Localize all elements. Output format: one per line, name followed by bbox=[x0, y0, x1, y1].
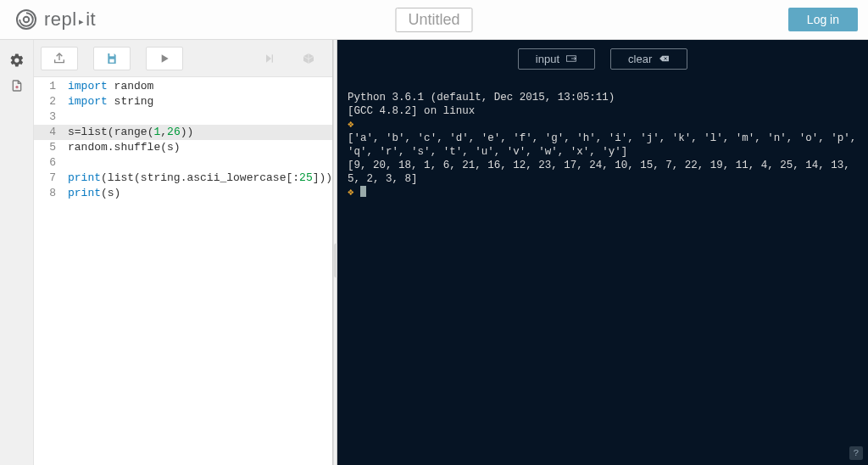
svg-rect-4 bbox=[272, 54, 273, 62]
run-button[interactable] bbox=[146, 47, 183, 70]
save-button[interactable] bbox=[93, 47, 131, 70]
logo-text: repl▸it bbox=[44, 8, 96, 31]
console-input-button[interactable]: input bbox=[518, 48, 595, 70]
file-title[interactable]: Untitled bbox=[395, 8, 472, 32]
console-line: [9, 20, 18, 1, 6, 21, 16, 12, 23, 17, 24… bbox=[348, 160, 856, 185]
logo-swirl-icon bbox=[15, 8, 37, 31]
line-number: 7 bbox=[34, 171, 56, 186]
console-line: Python 3.6.1 (default, Dec 2015, 13:05:1… bbox=[348, 92, 615, 104]
settings-icon[interactable] bbox=[8, 52, 25, 69]
step-button[interactable] bbox=[253, 47, 287, 70]
line-number: 4 bbox=[34, 125, 63, 140]
left-gutter bbox=[0, 40, 34, 465]
editor-toolbar bbox=[34, 40, 332, 77]
code-line[interactable]: s=list(range(1,26)) bbox=[63, 125, 332, 140]
main-area: 12345678 import randomimport strings=lis… bbox=[0, 40, 868, 465]
line-number: 6 bbox=[34, 155, 56, 171]
code-line[interactable] bbox=[68, 109, 332, 125]
package-button[interactable] bbox=[292, 47, 326, 70]
input-icon bbox=[566, 53, 577, 64]
login-button[interactable]: Log in bbox=[788, 8, 858, 31]
console-clear-button[interactable]: clear bbox=[610, 48, 687, 70]
svg-rect-3 bbox=[109, 59, 114, 62]
code-line[interactable]: import random bbox=[68, 79, 332, 94]
console-output[interactable]: Python 3.6.1 (default, Dec 2015, 13:05:1… bbox=[337, 77, 868, 204]
clear-icon bbox=[659, 53, 670, 64]
header-bar: repl▸it Untitled Log in bbox=[0, 0, 868, 40]
console-line: [GCC 4.8.2] on linux bbox=[348, 105, 475, 117]
console-toolbar: input clear bbox=[337, 40, 868, 77]
help-badge[interactable]: ? bbox=[849, 446, 863, 460]
svg-rect-2 bbox=[109, 53, 114, 56]
line-number: 8 bbox=[34, 186, 56, 201]
line-number: 3 bbox=[34, 109, 56, 125]
logo[interactable]: repl▸it bbox=[15, 8, 96, 31]
line-number: 5 bbox=[34, 140, 56, 155]
code-editor[interactable]: 12345678 import randomimport strings=lis… bbox=[34, 77, 332, 465]
line-number: 2 bbox=[34, 94, 56, 109]
code-line[interactable]: import string bbox=[68, 94, 332, 109]
code-line[interactable]: print(s) bbox=[68, 186, 332, 201]
line-number: 1 bbox=[34, 79, 56, 94]
prompt-icon: ❖ bbox=[348, 187, 354, 199]
prompt-icon: ❖ bbox=[348, 119, 354, 131]
code-line[interactable] bbox=[68, 155, 332, 171]
code-line[interactable]: random.shuffle(s) bbox=[68, 140, 332, 155]
svg-point-1 bbox=[24, 17, 30, 23]
console-panel: input clear Python 3.6.1 (default, Dec 2… bbox=[337, 40, 868, 465]
editor-column: 12345678 import randomimport strings=lis… bbox=[34, 40, 333, 465]
share-button[interactable] bbox=[41, 47, 78, 70]
console-line: ['a', 'b', 'c', 'd', 'e', 'f', 'g', 'h',… bbox=[348, 132, 863, 158]
add-file-icon[interactable] bbox=[8, 77, 25, 94]
cursor-icon bbox=[360, 186, 366, 197]
code-line[interactable]: print(list(string.ascii_lowercase[:25])) bbox=[68, 171, 332, 186]
